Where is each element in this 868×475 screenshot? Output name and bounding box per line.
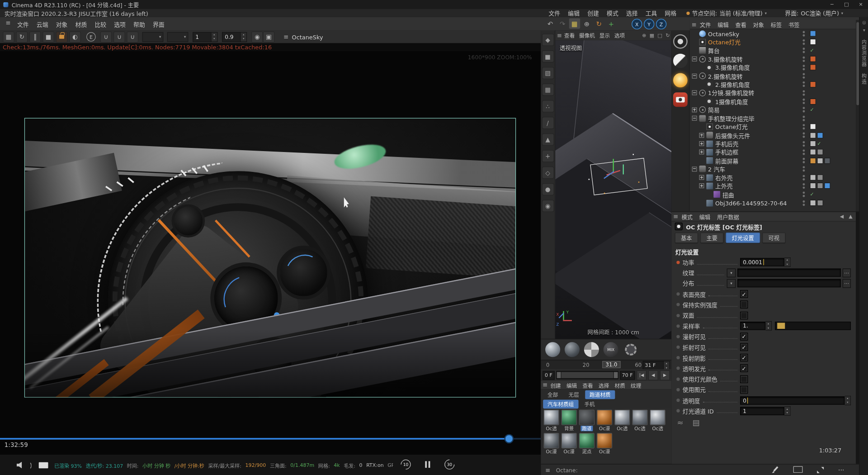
editor-visibility-dot[interactable] (803, 90, 805, 92)
tag-icon[interactable] (810, 200, 816, 206)
editor-visibility-dot[interactable] (803, 183, 805, 185)
range-handle-right[interactable] (613, 372, 618, 378)
object-row[interactable]: 舞台✓ (690, 46, 856, 55)
enable-check-icon[interactable]: ✓ (810, 192, 814, 197)
tag-icon[interactable] (817, 149, 823, 155)
value-field[interactable]: 1 (740, 407, 784, 415)
lv-menu-item-4[interactable]: 比较 (91, 19, 110, 28)
tag-icon[interactable] (810, 64, 816, 70)
material-thumb[interactable]: Oc透 (614, 410, 630, 432)
material-preview[interactable] (579, 433, 594, 448)
om-menubar-item-3[interactable]: 对象 (750, 20, 767, 28)
tag-icon[interactable] (824, 183, 830, 189)
paint-tool-icon[interactable]: ● (542, 183, 554, 195)
expand-caret-icon[interactable] (699, 133, 704, 138)
render-visibility-dot[interactable] (803, 102, 805, 104)
hamburger-icon[interactable]: ≡ (5, 19, 10, 27)
lock-icon[interactable] (56, 31, 68, 42)
play-button[interactable]: ▶ (660, 370, 670, 380)
material-thumb[interactable]: Oc漫 (597, 433, 612, 455)
spin-down[interactable]: ▾ (784, 411, 790, 415)
snap-icon[interactable]: ▦ (569, 18, 580, 28)
spin-down[interactable]: ▾ (784, 262, 790, 266)
render-visibility-dot[interactable] (803, 170, 805, 172)
om-menubar-item-4[interactable]: 标签 (767, 20, 785, 28)
editor-visibility-dot[interactable] (803, 31, 805, 33)
pick-focus-icon[interactable]: ◉ (251, 31, 263, 42)
view-rotate-icon[interactable]: ↻ (665, 33, 670, 38)
region-c-icon[interactable]: ∪ (127, 31, 138, 42)
octane-target-button[interactable] (673, 34, 688, 49)
resolution-scale-value[interactable]: 0.9 (222, 32, 241, 42)
enable-check-icon[interactable]: ✓ (810, 107, 814, 112)
material-ball-shiny[interactable] (545, 342, 560, 357)
editor-visibility-dot[interactable] (803, 175, 805, 177)
tag-icon[interactable] (810, 157, 816, 163)
render-visibility-dot[interactable] (803, 43, 805, 45)
object-row[interactable]: Obj3d66-1445952-70-64 (690, 199, 856, 207)
material-ball-mix[interactable]: MIX (604, 342, 618, 357)
library-icon[interactable]: ▤ (693, 418, 700, 427)
material-thumb[interactable]: Oc漫 (561, 433, 577, 455)
spin-up[interactable]: ▴ (784, 258, 790, 262)
range-slider[interactable] (556, 371, 618, 379)
material-preview[interactable] (543, 410, 559, 425)
om-menubar-item-1[interactable]: 编辑 (714, 20, 732, 28)
camera-mode-dropdown[interactable] (167, 32, 189, 42)
display-icon[interactable] (39, 462, 48, 468)
gear-icon[interactable] (625, 344, 637, 356)
object-row[interactable]: 2.摄像机角度 (690, 80, 856, 89)
dock-menu-icon[interactable]: ▾ (863, 28, 865, 33)
material-thumb[interactable]: Oc透 (650, 410, 665, 432)
main-menu-item-0[interactable]: 文件 (545, 9, 564, 17)
texture-mode-icon[interactable]: ▨ (542, 67, 554, 79)
region-b-icon[interactable]: ∪ (113, 31, 125, 42)
editor-visibility-dot[interactable] (803, 99, 805, 101)
more-options-icon[interactable]: ⋯ (838, 466, 844, 473)
spin-down[interactable]: ▾ (845, 400, 850, 404)
material-thumb[interactable]: 背景 (561, 410, 577, 432)
editor-visibility-dot[interactable] (803, 200, 805, 202)
render-visibility-dot[interactable] (803, 60, 805, 62)
dock-pin-icon[interactable]: ◎ (862, 20, 866, 25)
tag-icon[interactable] (810, 98, 816, 104)
hamburger-icon[interactable]: ≡ (557, 32, 562, 39)
render-visibility-dot[interactable] (803, 34, 805, 36)
material-preview[interactable] (543, 433, 559, 448)
add-icon[interactable]: + (606, 18, 617, 28)
spinner-arrows[interactable]: ▴▾ (765, 321, 771, 331)
range-start-field[interactable]: 0 F (542, 370, 555, 380)
material-thumb[interactable]: Oc透 (632, 410, 647, 432)
value-field[interactable]: 1. (740, 322, 765, 330)
tag-icon[interactable] (810, 175, 816, 180)
tag-icon[interactable] (817, 132, 823, 138)
environment-select[interactable]: ≡ OctaneSky (283, 33, 323, 40)
lv-menu-item-5[interactable]: 选项 (110, 19, 130, 28)
render-visibility-dot[interactable] (803, 153, 805, 155)
region-pick-icon[interactable]: ▣ (263, 31, 275, 42)
white-balance-badge[interactable]: E (86, 32, 96, 42)
editor-visibility-dot[interactable] (803, 133, 805, 135)
render-visibility-dot[interactable] (803, 161, 805, 163)
hamburger-icon[interactable]: ≡ (542, 381, 547, 389)
spinner-arrows[interactable]: ▴▾ (784, 257, 790, 267)
main-menu-item-5[interactable]: 工具 (642, 9, 661, 17)
texture-field[interactable] (737, 269, 841, 277)
octane-ball-button[interactable] (673, 54, 688, 68)
range-handle-left[interactable] (557, 372, 561, 378)
axis-x-button[interactable]: X (632, 19, 642, 29)
screen-icon[interactable] (793, 466, 803, 473)
object-row[interactable]: 手机后壳✓ (690, 139, 856, 148)
expand-caret-icon[interactable] (699, 141, 704, 146)
material-ball-matte[interactable] (565, 342, 580, 357)
material-group-0[interactable]: 汽车材质组 (543, 399, 578, 408)
hamburger-icon[interactable]: ≡ (691, 21, 696, 28)
object-row[interactable]: Octane灯光 (690, 123, 856, 131)
make-editable-icon[interactable]: ◆ (542, 34, 554, 46)
interface-dropdown[interactable]: 界面: OC渲染 (用户) ▾ (785, 9, 843, 17)
frame-value[interactable]: 31 F (643, 361, 664, 370)
render-visibility-dot[interactable] (803, 178, 805, 180)
object-row[interactable]: 扭曲✓ (690, 190, 856, 199)
expand-caret-icon[interactable] (692, 73, 697, 78)
up-icon[interactable]: ▲ (849, 214, 852, 219)
